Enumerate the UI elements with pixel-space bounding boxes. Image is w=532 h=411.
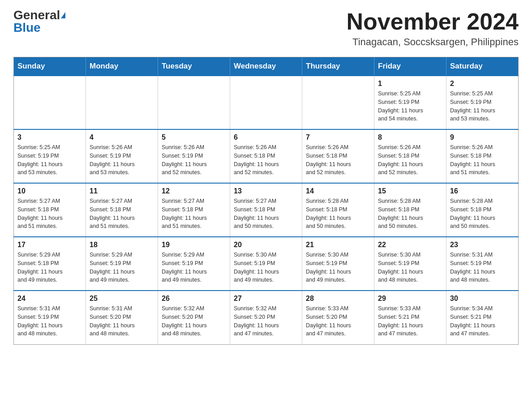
calendar-day-cell: 5Sunrise: 5:26 AM Sunset: 5:19 PM Daylig… [158, 129, 230, 183]
day-info: Sunrise: 5:26 AM Sunset: 5:19 PM Dayligh… [90, 143, 154, 177]
calendar-week-row: 1Sunrise: 5:25 AM Sunset: 5:19 PM Daylig… [14, 76, 519, 129]
title-section: November 2024 Tinagacan, Soccsksargen, P… [347, 9, 519, 48]
day-number: 13 [234, 187, 298, 195]
calendar-day-cell: 26Sunrise: 5:32 AM Sunset: 5:20 PM Dayli… [158, 291, 230, 344]
calendar-day-cell [302, 76, 374, 129]
day-info: Sunrise: 5:33 AM Sunset: 5:20 PM Dayligh… [306, 304, 370, 338]
day-info: Sunrise: 5:26 AM Sunset: 5:18 PM Dayligh… [450, 143, 515, 177]
calendar-day-header: Monday [86, 57, 158, 76]
calendar-day-cell: 1Sunrise: 5:25 AM Sunset: 5:19 PM Daylig… [374, 76, 446, 129]
day-info: Sunrise: 5:26 AM Sunset: 5:19 PM Dayligh… [162, 143, 226, 177]
day-number: 3 [17, 133, 82, 141]
day-info: Sunrise: 5:31 AM Sunset: 5:19 PM Dayligh… [450, 251, 515, 284]
calendar-day-header: Sunday [14, 57, 86, 76]
day-info: Sunrise: 5:34 AM Sunset: 5:21 PM Dayligh… [450, 304, 515, 338]
calendar-day-cell: 9Sunrise: 5:26 AM Sunset: 5:18 PM Daylig… [446, 129, 519, 183]
day-number: 12 [162, 187, 226, 195]
calendar-day-cell: 4Sunrise: 5:26 AM Sunset: 5:19 PM Daylig… [86, 129, 158, 183]
location-text: Tinagacan, Soccsksargen, Philippines [347, 36, 519, 48]
day-info: Sunrise: 5:27 AM Sunset: 5:18 PM Dayligh… [90, 197, 154, 231]
calendar-day-cell: 7Sunrise: 5:26 AM Sunset: 5:18 PM Daylig… [302, 129, 374, 183]
logo-general-text: General [13, 9, 60, 21]
day-info: Sunrise: 5:30 AM Sunset: 5:19 PM Dayligh… [378, 251, 442, 284]
day-number: 23 [450, 241, 515, 249]
calendar-day-cell: 12Sunrise: 5:27 AM Sunset: 5:18 PM Dayli… [158, 183, 230, 237]
calendar-day-cell [14, 76, 86, 129]
calendar-day-cell: 14Sunrise: 5:28 AM Sunset: 5:18 PM Dayli… [302, 183, 374, 237]
calendar-day-cell: 29Sunrise: 5:33 AM Sunset: 5:21 PM Dayli… [374, 291, 446, 344]
calendar-day-cell: 18Sunrise: 5:29 AM Sunset: 5:19 PM Dayli… [86, 237, 158, 291]
day-number: 15 [378, 187, 442, 195]
calendar-day-header: Thursday [302, 57, 374, 76]
calendar-day-cell: 30Sunrise: 5:34 AM Sunset: 5:21 PM Dayli… [446, 291, 519, 344]
day-info: Sunrise: 5:29 AM Sunset: 5:18 PM Dayligh… [17, 251, 82, 284]
day-info: Sunrise: 5:30 AM Sunset: 5:19 PM Dayligh… [306, 251, 370, 284]
day-number: 1 [378, 80, 442, 88]
day-number: 9 [450, 133, 515, 141]
day-info: Sunrise: 5:27 AM Sunset: 5:18 PM Dayligh… [162, 197, 226, 231]
day-info: Sunrise: 5:25 AM Sunset: 5:19 PM Dayligh… [450, 90, 515, 123]
day-number: 16 [450, 187, 515, 195]
calendar-week-row: 3Sunrise: 5:25 AM Sunset: 5:19 PM Daylig… [14, 129, 519, 183]
day-info: Sunrise: 5:31 AM Sunset: 5:19 PM Dayligh… [17, 304, 82, 338]
calendar-day-cell [86, 76, 158, 129]
month-title: November 2024 [347, 9, 519, 34]
day-number: 22 [378, 241, 442, 249]
page-header: General Blue November 2024 Tinagacan, So… [13, 9, 519, 48]
calendar-day-cell [158, 76, 230, 129]
calendar-header: SundayMondayTuesdayWednesdayThursdayFrid… [14, 57, 519, 76]
day-info: Sunrise: 5:32 AM Sunset: 5:20 PM Dayligh… [162, 304, 226, 338]
day-info: Sunrise: 5:30 AM Sunset: 5:19 PM Dayligh… [234, 251, 298, 284]
day-number: 26 [162, 295, 226, 303]
calendar-day-cell: 3Sunrise: 5:25 AM Sunset: 5:19 PM Daylig… [14, 129, 86, 183]
calendar-body: 1Sunrise: 5:25 AM Sunset: 5:19 PM Daylig… [14, 76, 519, 344]
calendar-day-cell: 6Sunrise: 5:26 AM Sunset: 5:18 PM Daylig… [230, 129, 302, 183]
calendar-day-cell: 24Sunrise: 5:31 AM Sunset: 5:19 PM Dayli… [14, 291, 86, 344]
day-number: 6 [234, 133, 298, 141]
day-number: 18 [90, 241, 154, 249]
day-number: 19 [162, 241, 226, 249]
calendar-day-cell [230, 76, 302, 129]
calendar-week-row: 10Sunrise: 5:27 AM Sunset: 5:18 PM Dayli… [14, 183, 519, 237]
calendar-week-row: 24Sunrise: 5:31 AM Sunset: 5:19 PM Dayli… [14, 291, 519, 344]
day-info: Sunrise: 5:29 AM Sunset: 5:19 PM Dayligh… [162, 251, 226, 284]
calendar-day-cell: 23Sunrise: 5:31 AM Sunset: 5:19 PM Dayli… [446, 237, 519, 291]
day-number: 27 [234, 295, 298, 303]
calendar-day-cell: 8Sunrise: 5:26 AM Sunset: 5:18 PM Daylig… [374, 129, 446, 183]
day-info: Sunrise: 5:26 AM Sunset: 5:18 PM Dayligh… [306, 143, 370, 177]
day-info: Sunrise: 5:25 AM Sunset: 5:19 PM Dayligh… [17, 143, 82, 177]
calendar-day-cell: 21Sunrise: 5:30 AM Sunset: 5:19 PM Dayli… [302, 237, 374, 291]
day-info: Sunrise: 5:26 AM Sunset: 5:18 PM Dayligh… [234, 143, 298, 177]
calendar-day-header: Saturday [446, 57, 519, 76]
day-info: Sunrise: 5:27 AM Sunset: 5:18 PM Dayligh… [234, 197, 298, 231]
calendar-day-cell: 11Sunrise: 5:27 AM Sunset: 5:18 PM Dayli… [86, 183, 158, 237]
calendar-day-cell: 22Sunrise: 5:30 AM Sunset: 5:19 PM Dayli… [374, 237, 446, 291]
day-number: 25 [90, 295, 154, 303]
day-number: 7 [306, 133, 370, 141]
day-number: 30 [450, 295, 515, 303]
calendar-table: SundayMondayTuesdayWednesdayThursdayFrid… [13, 57, 519, 345]
day-number: 5 [162, 133, 226, 141]
day-number: 17 [17, 241, 82, 249]
calendar-day-header: Friday [374, 57, 446, 76]
calendar-day-cell: 17Sunrise: 5:29 AM Sunset: 5:18 PM Dayli… [14, 237, 86, 291]
calendar-day-header: Tuesday [158, 57, 230, 76]
day-number: 20 [234, 241, 298, 249]
day-info: Sunrise: 5:26 AM Sunset: 5:18 PM Dayligh… [378, 143, 442, 177]
day-info: Sunrise: 5:33 AM Sunset: 5:21 PM Dayligh… [378, 304, 442, 338]
calendar-header-row: SundayMondayTuesdayWednesdayThursdayFrid… [14, 57, 519, 76]
day-number: 11 [90, 187, 154, 195]
calendar-day-cell: 15Sunrise: 5:28 AM Sunset: 5:18 PM Dayli… [374, 183, 446, 237]
day-info: Sunrise: 5:31 AM Sunset: 5:20 PM Dayligh… [90, 304, 154, 338]
day-info: Sunrise: 5:28 AM Sunset: 5:18 PM Dayligh… [378, 197, 442, 231]
calendar-day-cell: 2Sunrise: 5:25 AM Sunset: 5:19 PM Daylig… [446, 76, 519, 129]
day-info: Sunrise: 5:27 AM Sunset: 5:18 PM Dayligh… [17, 197, 82, 231]
day-info: Sunrise: 5:29 AM Sunset: 5:19 PM Dayligh… [90, 251, 154, 284]
calendar-day-cell: 16Sunrise: 5:28 AM Sunset: 5:18 PM Dayli… [446, 183, 519, 237]
day-number: 28 [306, 295, 370, 303]
day-number: 10 [17, 187, 82, 195]
day-info: Sunrise: 5:28 AM Sunset: 5:18 PM Dayligh… [450, 197, 515, 231]
day-info: Sunrise: 5:25 AM Sunset: 5:19 PM Dayligh… [378, 90, 442, 123]
day-info: Sunrise: 5:32 AM Sunset: 5:20 PM Dayligh… [234, 304, 298, 338]
calendar-day-cell: 10Sunrise: 5:27 AM Sunset: 5:18 PM Dayli… [14, 183, 86, 237]
